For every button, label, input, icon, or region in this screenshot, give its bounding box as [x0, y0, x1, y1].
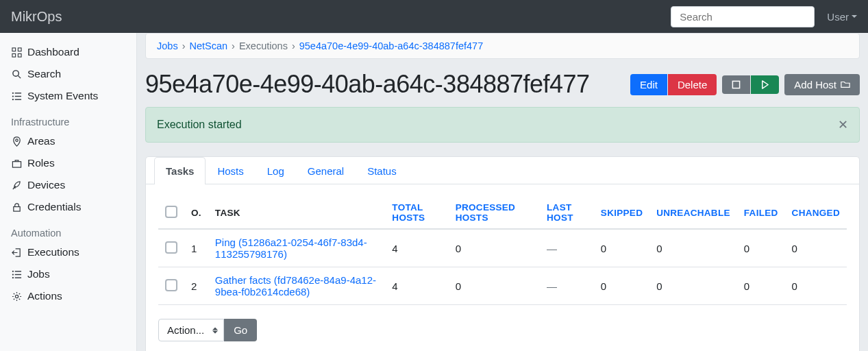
svg-rect-0: [12, 47, 15, 51]
cell-last-host: —: [540, 267, 594, 305]
sidebar-item-search[interactable]: Search: [0, 63, 136, 85]
row-checkbox[interactable]: [165, 279, 177, 291]
user-label: User: [827, 11, 849, 23]
cell-unreachable: 0: [649, 229, 737, 267]
col-unreachable[interactable]: UNREACHABLE: [649, 197, 737, 229]
table-row: 1 Ping (51286a21-0254-46f7-83d4-11325579…: [158, 229, 847, 267]
play-icon: [760, 80, 769, 89]
lock-icon: [11, 202, 22, 213]
cell-failed: 0: [737, 229, 785, 267]
sidebar-item-label: Search: [27, 68, 61, 80]
cell-processed-hosts: 0: [449, 267, 540, 305]
svg-marker-23: [762, 80, 768, 88]
delete-button[interactable]: Delete: [668, 74, 717, 95]
svg-point-12: [15, 138, 17, 141]
select-all-checkbox[interactable]: [165, 206, 177, 218]
page-title: 95e4a70e-4e99-40ab-a64c-384887fef477: [145, 70, 625, 99]
alert-close-button[interactable]: ✕: [838, 117, 848, 132]
sidebar-item-label: Areas: [27, 135, 55, 147]
stop-button[interactable]: [722, 75, 750, 94]
cell-total-hosts: 4: [385, 229, 448, 267]
tab-log[interactable]: Log: [256, 157, 296, 184]
search-input[interactable]: [671, 6, 815, 27]
sidebar-item-label: Roles: [27, 157, 55, 169]
add-host-label: Add Host: [794, 79, 836, 90]
tabs: Tasks Hosts Log General Status: [146, 157, 859, 184]
pin-icon: [11, 136, 22, 147]
sidebar-item-executions[interactable]: Executions: [0, 241, 136, 263]
folder-icon: [841, 80, 850, 89]
breadcrumb-netscan[interactable]: NetScan: [189, 40, 227, 51]
sidebar-item-devices[interactable]: Devices: [0, 174, 136, 196]
sidebar-item-label: Executions: [27, 246, 79, 258]
breadcrumb-separator: ›: [182, 40, 186, 51]
cell-skipped: 0: [594, 267, 649, 305]
cell-unreachable: 0: [649, 267, 737, 305]
exit-icon: [11, 247, 22, 258]
brand[interactable]: MikrOps: [11, 9, 62, 25]
col-last-host[interactable]: LAST HOST: [540, 197, 594, 229]
col-processed-hosts[interactable]: PROCESSED HOSTS: [449, 197, 540, 229]
bulk-action-select[interactable]: Action...: [158, 319, 224, 341]
row-checkbox[interactable]: [165, 241, 177, 254]
breadcrumb-current[interactable]: 95e4a70e-4e99-40ab-a64c-384887fef477: [299, 40, 483, 51]
sidebar-item-label: Devices: [27, 179, 65, 191]
svg-rect-1: [18, 47, 21, 51]
grid-icon: [11, 47, 22, 58]
col-skipped[interactable]: SKIPPED: [594, 197, 649, 229]
svg-rect-14: [13, 206, 19, 211]
card: Tasks Hosts Log General Status O. TASK T…: [145, 156, 860, 351]
topbar: MikrOps User: [0, 0, 868, 33]
edit-button[interactable]: Edit: [630, 74, 667, 95]
svg-point-8: [12, 95, 13, 97]
sidebar-item-actions[interactable]: Actions: [0, 285, 136, 307]
sidebar-item-roles[interactable]: Roles: [0, 152, 136, 174]
svg-rect-3: [18, 53, 21, 57]
play-button[interactable]: [751, 75, 779, 94]
sidebar-item-label: Jobs: [27, 268, 50, 280]
go-button[interactable]: Go: [224, 319, 257, 341]
col-order: O.: [184, 197, 208, 229]
select-caret-icon: [212, 327, 218, 333]
col-total-hosts[interactable]: TOTAL HOSTS: [385, 197, 448, 229]
rocket-icon: [11, 180, 22, 191]
breadcrumb-jobs[interactable]: Jobs: [157, 40, 178, 51]
svg-point-10: [12, 99, 13, 100]
task-link[interactable]: Ping (51286a21-0254-46f7-83d4-1132557981…: [215, 237, 367, 260]
add-host-button[interactable]: Add Host: [784, 74, 860, 95]
alert-message: Execution started: [157, 119, 242, 131]
svg-rect-22: [733, 81, 740, 88]
sidebar-section-infrastructure: Infrastructure: [0, 107, 136, 130]
sidebar-item-system-events[interactable]: System Events: [0, 85, 136, 107]
cell-order: 2: [184, 267, 208, 305]
breadcrumb: Jobs › NetScan › Executions › 95e4a70e-4…: [145, 33, 860, 59]
tab-tasks[interactable]: Tasks: [154, 157, 206, 184]
sidebar-item-areas[interactable]: Areas: [0, 130, 136, 152]
col-changed[interactable]: CHANGED: [785, 197, 847, 229]
sidebar-item-label: Actions: [27, 290, 62, 302]
search-icon: [11, 69, 22, 80]
sidebar-item-label: Dashboard: [27, 46, 79, 58]
sidebar-item-label: System Events: [27, 90, 98, 102]
sidebar-item-label: Credentials: [27, 201, 81, 213]
tasks-table: O. TASK TOTAL HOSTS PROCESSED HOSTS LAST…: [158, 197, 847, 305]
sidebar-item-credentials[interactable]: Credentials: [0, 196, 136, 218]
svg-rect-2: [12, 53, 15, 57]
cell-order: 1: [184, 229, 208, 267]
gear-icon: [11, 291, 22, 302]
main-content: Jobs › NetScan › Executions › 95e4a70e-4…: [137, 33, 868, 351]
col-failed[interactable]: FAILED: [737, 197, 785, 229]
list-icon: [11, 91, 22, 101]
svg-line-5: [18, 75, 21, 78]
user-menu[interactable]: User: [827, 11, 857, 23]
bulk-action-label: Action...: [167, 324, 204, 336]
tab-general[interactable]: General: [296, 157, 356, 184]
alert-success: Execution started ✕: [145, 107, 860, 143]
tab-status[interactable]: Status: [356, 157, 408, 184]
svg-point-4: [12, 70, 18, 75]
sidebar-item-dashboard[interactable]: Dashboard: [0, 41, 136, 63]
task-link[interactable]: Gather facts (fd78462e-84a9-4a12-9bea-f0…: [215, 274, 376, 298]
tab-hosts[interactable]: Hosts: [206, 157, 255, 184]
sidebar-item-jobs[interactable]: Jobs: [0, 263, 136, 285]
svg-point-6: [12, 92, 13, 93]
